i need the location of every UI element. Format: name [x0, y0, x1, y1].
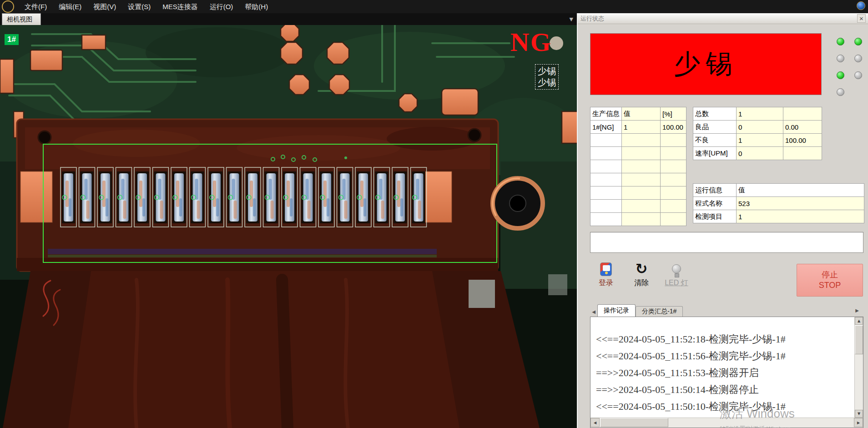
- log-list: <<==2024-05-05_11:52:18-检测完毕-少锡-1# <<==2…: [590, 317, 854, 418]
- stop-button-label-cn: 停止: [822, 270, 838, 280]
- menu-mes-connector[interactable]: MES连接器: [156, 0, 204, 13]
- menu-bar: 文件(F) 编辑(E) 视图(V) 设置(S) MES连接器 运行(O) 帮助(…: [0, 0, 868, 13]
- led-indicator: [854, 71, 862, 79]
- led-button-label: LED 灯: [665, 278, 688, 288]
- log-vertical-scrollbar[interactable]: ▲ ▼: [854, 317, 863, 418]
- run-status-panel: 运行状态 × 少锡 生产信息 值: [578, 13, 868, 428]
- menu-edit[interactable]: 编辑(E): [53, 0, 87, 13]
- login-button-label: 登录: [599, 278, 613, 288]
- log-entry[interactable]: <<==2024-05-05_11:52:18-检测完毕-少锡-1#: [596, 331, 854, 347]
- scroll-left-icon[interactable]: ◀: [590, 418, 600, 427]
- menubar-corner-icon: [857, 1, 865, 10]
- horizontal-scroll-thumb[interactable]: [600, 418, 668, 427]
- station-badge: 1#: [5, 34, 19, 45]
- defect-label-box: 少锡 少锡: [535, 64, 559, 90]
- led-indicator: [837, 55, 844, 62]
- log-tabstrip: ◀ 操作记录 分类汇总-1# ▶: [590, 303, 863, 317]
- log-entry[interactable]: <<==2024-05-05_11:51:56-检测完毕-少锡-1#: [596, 347, 854, 364]
- app-window: 文件(F) 编辑(E) 视图(V) 设置(S) MES连接器 运行(O) 帮助(…: [0, 0, 868, 428]
- tab-scroll-right-icon[interactable]: ▶: [853, 305, 861, 315]
- app-logo-icon: [2, 0, 14, 13]
- menu-help[interactable]: 帮助(H): [239, 0, 274, 13]
- menu-file[interactable]: 文件(F): [19, 0, 53, 13]
- run-info-header: 运行信息 值: [693, 184, 864, 197]
- camera-tabstrip: 相机视图 ▼: [0, 13, 577, 25]
- clear-icon: ↻: [636, 262, 648, 276]
- production-table: 生产信息 值 [%] 1#[NG] 1 100.00: [590, 107, 686, 226]
- led-indicator: [837, 88, 844, 96]
- table-row: [590, 213, 686, 226]
- table-row: 1#[NG] 1 100.00: [590, 121, 686, 134]
- camera-viewport[interactable]: 1# NG 少锡 少锡: [0, 25, 577, 428]
- table-row: [590, 160, 686, 173]
- login-button[interactable]: 登录: [591, 261, 621, 288]
- table-row: [590, 173, 686, 186]
- production-table-header: 生产信息 值 [%]: [590, 107, 686, 121]
- log-entry[interactable]: <<==2024-05-05_11:50:10-检测完毕-少锡-1#: [596, 398, 854, 415]
- stop-button-label-en: STOP: [819, 280, 841, 291]
- table-row: [590, 200, 686, 213]
- scroll-right-icon[interactable]: ▶: [854, 418, 863, 427]
- table-row: 速率[UPM] 0: [693, 147, 822, 160]
- run-info-table: 运行信息 值 程式名称 523 检测项目 1: [693, 183, 864, 223]
- scroll-up-icon[interactable]: ▲: [855, 317, 863, 325]
- tab-classification-summary[interactable]: 分类汇总-1#: [636, 306, 683, 317]
- tab-scroll-left-icon[interactable]: ◀: [590, 307, 597, 317]
- defect-label: 少锡: [538, 65, 556, 77]
- table-row: [590, 186, 686, 200]
- tab-operation-log[interactable]: 操作记录: [597, 304, 636, 317]
- table-row: 总数 1: [693, 107, 822, 121]
- tabstrip-dropdown-icon[interactable]: ▼: [570, 13, 573, 25]
- panel-titlebar: 运行状态 ×: [578, 13, 868, 24]
- close-icon[interactable]: ×: [857, 14, 866, 23]
- login-icon: [600, 262, 612, 276]
- defect-banner-text: 少锡: [674, 46, 738, 82]
- table-row: 良品 0 0.00: [693, 121, 822, 134]
- table-row: [590, 147, 686, 160]
- menu-view[interactable]: 视图(V): [87, 0, 122, 13]
- table-row: 检测项目 1: [693, 210, 864, 223]
- message-box[interactable]: [590, 232, 863, 253]
- panel-title: 运行状态: [580, 15, 604, 23]
- pcb-image: [0, 25, 577, 428]
- defect-banner: 少锡: [590, 33, 822, 95]
- panel-body: 少锡 生产信息 值 [%] 1#: [578, 24, 868, 428]
- led-indicator: [837, 38, 844, 45]
- led-indicator: [854, 38, 862, 45]
- menu-run[interactable]: 运行(O): [204, 0, 239, 13]
- clear-button[interactable]: ↻ 清除: [627, 261, 656, 288]
- operation-log-panel: <<==2024-05-05_11:52:18-检测完毕-少锡-1# <<==2…: [590, 317, 863, 428]
- scroll-down-icon[interactable]: ▼: [855, 410, 863, 418]
- menu-settings[interactable]: 设置(S): [122, 0, 156, 13]
- table-row: [590, 134, 686, 147]
- defect-label: 少锡: [538, 77, 556, 88]
- tab-camera-view-label: 相机视图: [7, 15, 32, 24]
- led-bulb-icon: [672, 264, 681, 273]
- vertical-scroll-thumb[interactable]: [855, 325, 863, 354]
- log-entry[interactable]: ==>>2024-05-05_11:50:14-检测器停止: [596, 381, 854, 398]
- inspection-result-text: NG: [510, 27, 552, 57]
- table-row: 不良 1 100.00: [693, 134, 822, 147]
- tab-camera-view[interactable]: 相机视图: [2, 13, 41, 25]
- led-indicator: [854, 55, 862, 62]
- table-row: 程式名称 523: [693, 197, 864, 210]
- led-light-button[interactable]: LED 灯: [661, 261, 692, 288]
- led-indicator: [837, 71, 844, 79]
- camera-panel: 相机视图 ▼: [0, 13, 578, 428]
- statistics-table: 总数 1 良品 0 0.00 不良 1 100.00: [693, 107, 822, 160]
- main-area: 相机视图 ▼: [0, 13, 868, 428]
- log-entry[interactable]: ==>>2024-05-05_11:51:53-检测器开启: [596, 364, 854, 381]
- stop-button[interactable]: 停止 STOP: [797, 264, 863, 297]
- clear-button-label: 清除: [634, 278, 649, 288]
- log-horizontal-scrollbar[interactable]: ◀ ▶: [590, 418, 863, 428]
